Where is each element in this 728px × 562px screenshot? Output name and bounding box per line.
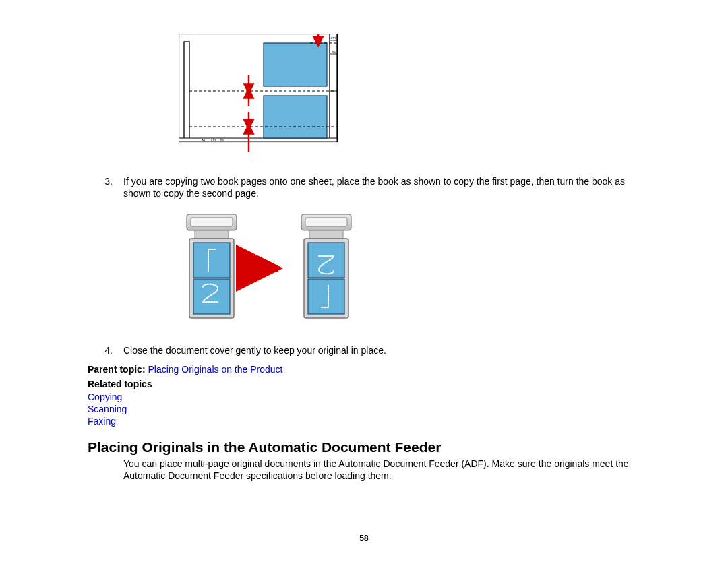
page-number: 58 <box>0 534 728 543</box>
step-3-text: If you are copying two book pages onto o… <box>123 176 640 199</box>
svg-rect-12 <box>264 43 327 86</box>
section-body-adf: You can place multi-page original docume… <box>123 458 640 482</box>
related-link-copying[interactable]: Copying <box>88 392 122 402</box>
step-3-number: 3. <box>88 176 123 199</box>
svg-rect-33 <box>308 243 344 278</box>
related-topics-list: Copying Scanning Faxing <box>88 391 640 428</box>
svg-text:A4: A4 <box>202 138 206 142</box>
section-heading-adf: Placing Originals in the Automatic Docum… <box>88 439 640 456</box>
step-4-text: Close the document cover gently to keep … <box>123 345 640 357</box>
svg-rect-34 <box>308 279 344 314</box>
svg-rect-23 <box>191 218 233 226</box>
step-4: 4. Close the document cover gently to ke… <box>88 345 640 357</box>
page-content: LTR B5 A4 LTR B5 <box>0 0 728 495</box>
svg-rect-13 <box>264 96 327 138</box>
parent-topic-link[interactable]: Placing Originals on the Product <box>148 364 282 375</box>
svg-text:LTR: LTR <box>331 36 336 40</box>
related-link-faxing[interactable]: Faxing <box>88 416 116 427</box>
svg-rect-31 <box>309 230 343 239</box>
related-topics-heading: Related topics <box>88 379 640 389</box>
parent-topic-line: Parent topic: Placing Originals on the P… <box>88 364 640 375</box>
step-3: 3. If you are copying two book pages ont… <box>88 176 640 199</box>
svg-rect-26 <box>193 243 230 278</box>
svg-text:LTR: LTR <box>211 138 216 142</box>
related-link-scanning[interactable]: Scanning <box>88 404 127 414</box>
figure-scanner-glass: LTR B5 A4 LTR B5 <box>179 34 640 156</box>
svg-text:B5: B5 <box>220 138 224 142</box>
step-4-number: 4. <box>88 345 123 357</box>
svg-rect-30 <box>305 218 347 226</box>
svg-rect-24 <box>195 230 229 239</box>
svg-rect-1 <box>184 42 189 142</box>
svg-text:B5: B5 <box>332 50 336 53</box>
figure-book-orientation <box>179 213 640 326</box>
parent-topic-label: Parent topic: <box>88 364 146 375</box>
